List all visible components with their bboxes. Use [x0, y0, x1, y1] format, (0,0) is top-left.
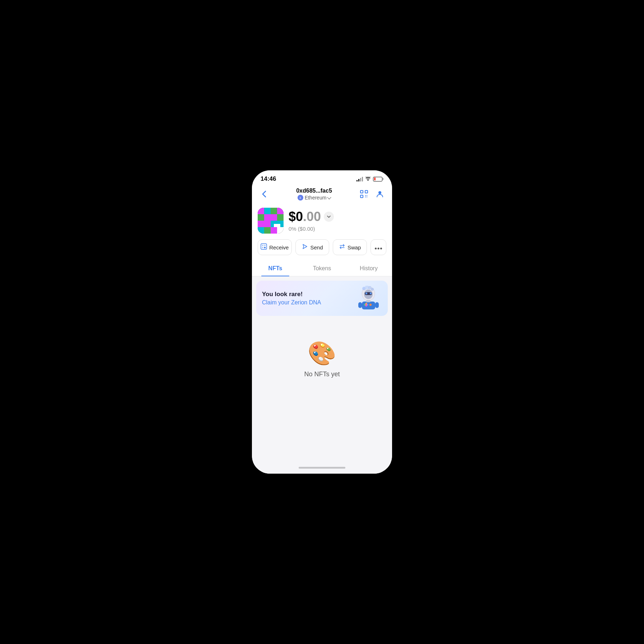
- svg-rect-21: [261, 244, 267, 249]
- zerion-dna-banner[interactable]: You look rare! Claim your Zerion DNA: [256, 281, 388, 316]
- signal-bar-1: [356, 180, 358, 181]
- banner-subtitle: Claim your Zerion DNA: [262, 299, 357, 306]
- wallet-section: $0.00 0% ($0.00): [252, 205, 392, 239]
- svg-point-4: [378, 191, 381, 194]
- svg-rect-33: [370, 293, 372, 294]
- wifi-icon: [365, 176, 371, 182]
- svg-point-37: [364, 304, 365, 305]
- svg-rect-6: [258, 208, 264, 214]
- back-button[interactable]: [258, 188, 271, 201]
- svg-rect-8: [271, 208, 277, 214]
- svg-point-39: [365, 305, 367, 307]
- phone-frame: 14:46: [252, 170, 392, 474]
- svg-rect-19: [274, 224, 280, 227]
- action-buttons: Receive Send Swap: [252, 239, 392, 261]
- balance-dollar: $0: [289, 209, 303, 224]
- signal-bar-4: [362, 177, 363, 181]
- tab-history-label: History: [360, 265, 378, 271]
- send-button[interactable]: Send: [295, 239, 330, 255]
- svg-rect-1: [365, 190, 368, 193]
- tab-nfts[interactable]: NFTs: [252, 261, 299, 276]
- home-bar: [299, 467, 345, 469]
- send-icon: [302, 243, 308, 251]
- receive-label: Receive: [269, 244, 289, 250]
- svg-point-47: [371, 288, 374, 291]
- svg-rect-25: [264, 247, 266, 248]
- profile-button[interactable]: [373, 188, 386, 201]
- svg-point-27: [378, 248, 380, 249]
- svg-rect-43: [366, 300, 371, 302]
- balance-decimals: .00: [303, 209, 321, 224]
- svg-point-36: [365, 303, 367, 304]
- network-badge[interactable]: Ξ Ethereum: [298, 195, 331, 201]
- svg-rect-22: [262, 245, 263, 246]
- svg-rect-23: [264, 245, 266, 246]
- tab-nfts-label: NFTs: [268, 265, 282, 271]
- banner-title: You look rare!: [262, 291, 357, 298]
- tab-tokens[interactable]: Tokens: [299, 261, 345, 276]
- header-actions: [358, 188, 386, 201]
- empty-state: 🎨 No NFTs yet: [252, 320, 392, 400]
- receive-button[interactable]: Receive: [258, 239, 292, 255]
- battery-body: [373, 177, 382, 181]
- tab-tokens-label: Tokens: [313, 265, 331, 271]
- svg-rect-7: [264, 208, 271, 214]
- scan-button[interactable]: [358, 188, 371, 201]
- wallet-avatar: [258, 208, 284, 234]
- svg-point-40: [369, 304, 372, 306]
- more-button[interactable]: [371, 239, 386, 255]
- content-area: You look rare! Claim your Zerion DNA: [252, 276, 392, 461]
- home-indicator: [252, 461, 392, 474]
- svg-rect-32: [365, 293, 367, 294]
- wallet-address: 0xd685...fac5: [296, 188, 332, 194]
- tabs: NFTs Tokens History: [252, 261, 392, 276]
- swap-label: Swap: [348, 244, 361, 250]
- svg-rect-11: [264, 214, 277, 221]
- svg-rect-13: [258, 221, 271, 227]
- battery-tip: [383, 178, 383, 180]
- svg-rect-42: [375, 302, 379, 308]
- svg-rect-17: [271, 227, 277, 234]
- signal-bar-3: [360, 178, 361, 181]
- battery-fill: [374, 178, 376, 180]
- svg-rect-10: [258, 214, 264, 221]
- swap-button[interactable]: Swap: [333, 239, 367, 255]
- more-icon: [375, 244, 382, 250]
- svg-rect-41: [358, 302, 362, 308]
- status-time: 14:46: [261, 175, 276, 183]
- svg-rect-20: [277, 227, 280, 230]
- balance-change: 0% ($0.00): [289, 226, 386, 232]
- svg-rect-24: [262, 247, 263, 248]
- svg-rect-2: [360, 195, 363, 198]
- svg-rect-9: [277, 208, 284, 214]
- svg-point-28: [380, 248, 382, 249]
- tab-history[interactable]: History: [345, 261, 392, 276]
- battery-icon: [373, 177, 383, 181]
- balance-dropdown-button[interactable]: [324, 212, 334, 222]
- header: 0xd685...fac5 Ξ Ethereum: [252, 185, 392, 205]
- svg-rect-15: [258, 227, 264, 234]
- swap-icon: [339, 243, 345, 251]
- ethereum-icon: Ξ: [298, 195, 303, 201]
- svg-rect-0: [360, 190, 363, 193]
- chevron-down-icon: [327, 195, 331, 199]
- network-name: Ethereum: [305, 195, 327, 201]
- svg-rect-16: [264, 227, 271, 234]
- signal-bars-icon: [356, 176, 363, 181]
- empty-text: No NFTs yet: [304, 371, 340, 378]
- svg-rect-34: [362, 302, 375, 309]
- status-bar: 14:46: [252, 170, 392, 185]
- balance-row: $0.00: [289, 209, 386, 224]
- banner-text: You look rare! Claim your Zerion DNA: [262, 291, 357, 306]
- empty-icon: 🎨: [308, 342, 336, 365]
- svg-rect-12: [277, 214, 284, 221]
- send-label: Send: [310, 244, 323, 250]
- svg-point-38: [367, 304, 368, 305]
- status-icons: [356, 176, 383, 182]
- wallet-info: $0.00 0% ($0.00): [289, 208, 386, 232]
- svg-point-26: [375, 248, 377, 249]
- banner-image: [357, 286, 382, 311]
- header-center: 0xd685...fac5 Ξ Ethereum: [296, 188, 332, 201]
- balance-main: $0.00: [289, 209, 321, 224]
- receive-icon: [261, 243, 267, 251]
